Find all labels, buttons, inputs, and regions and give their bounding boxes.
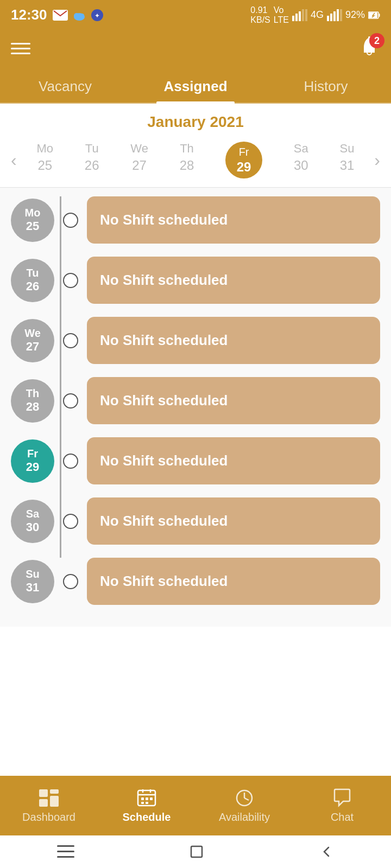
sys-home-icon[interactable]: [189, 844, 204, 859]
svg-rect-22: [39, 799, 48, 807]
day-bubble-tu: Tu 26: [11, 259, 54, 302]
timeline-dot: [63, 213, 78, 228]
status-time: 12:30: [11, 7, 47, 23]
day-fr-29[interactable]: Fr 29: [225, 142, 262, 178]
month-year-label: January 2021: [147, 113, 243, 130]
day-we-27[interactable]: We 27: [130, 142, 148, 178]
availability-icon: [234, 788, 255, 808]
timeline-dot: [63, 393, 78, 409]
system-nav-bar: [0, 835, 391, 868]
shift-card[interactable]: No Shift scheduled: [87, 437, 380, 484]
shift-text: No Shift scheduled: [100, 272, 228, 289]
schedule-row-we-27: We 27 No Shift scheduled: [11, 317, 380, 364]
timeline-dot: [63, 574, 78, 589]
next-week-arrow[interactable]: ›: [370, 150, 384, 170]
shift-text: No Shift scheduled: [100, 513, 228, 529]
signal-icon-2: [327, 9, 342, 21]
timeline-line: [60, 317, 61, 377]
sys-menu-icon[interactable]: [57, 845, 74, 858]
schedule-row-mo-25: Mo 25 No Shift scheduled: [11, 196, 380, 244]
schedule-row-th-28: Th 28 No Shift scheduled: [11, 377, 380, 424]
svg-point-3: [80, 14, 84, 18]
day-bubble-mo: Mo 25: [11, 199, 54, 242]
day-tu-26[interactable]: Tu 26: [85, 142, 99, 178]
shift-card[interactable]: No Shift scheduled: [87, 196, 380, 244]
tab-assigned[interactable]: Assigned: [130, 69, 261, 103]
svg-rect-32: [146, 802, 148, 804]
day-su-31[interactable]: Su 31: [340, 142, 355, 178]
svg-rect-8: [299, 11, 301, 21]
status-bar: 12:30 ✦ 0.91KB/S VoLTE 4G 92%: [0, 0, 391, 30]
svg-rect-31: [141, 802, 144, 804]
nav-chat[interactable]: Chat: [293, 776, 391, 835]
nav-availability-label: Availability: [219, 811, 270, 824]
day-bubble-sa: Sa 30: [11, 500, 54, 543]
shift-card[interactable]: No Shift scheduled: [87, 497, 380, 545]
tab-vacancy[interactable]: Vacancy: [0, 69, 130, 103]
svg-rect-14: [337, 9, 339, 21]
timeline-line: [60, 497, 61, 558]
battery-pct: 92%: [345, 9, 365, 21]
notifications-bell[interactable]: 2: [358, 35, 380, 61]
svg-rect-39: [191, 846, 202, 857]
shift-text: No Shift scheduled: [100, 212, 228, 228]
timeline-line: [60, 437, 61, 497]
tab-bar: Vacancy Assigned History: [0, 69, 391, 104]
svg-rect-20: [39, 789, 48, 797]
tab-history[interactable]: History: [261, 69, 391, 103]
timeline-line: [60, 257, 61, 317]
month-header: January 2021: [0, 104, 391, 136]
schedule-row-sa-30: Sa 30 No Shift scheduled: [11, 497, 380, 545]
svg-rect-36: [57, 845, 74, 847]
timeline-dot: [63, 514, 78, 529]
svg-rect-30: [150, 797, 153, 800]
dashboard-icon: [38, 788, 60, 808]
timeline-dot: [63, 454, 78, 469]
app-icon: ✦: [91, 9, 104, 22]
shift-card[interactable]: No Shift scheduled: [87, 377, 380, 424]
hamburger-menu[interactable]: [11, 43, 30, 54]
schedule-list: Mo 25 No Shift scheduled Tu 26 No Shift …: [0, 188, 391, 627]
sys-back-icon[interactable]: [319, 844, 334, 859]
day-sa-30[interactable]: Sa 30: [294, 142, 308, 178]
shift-text: No Shift scheduled: [100, 392, 228, 409]
day-bubble-th: Th 28: [11, 379, 54, 423]
week-days: Mo 25 Tu 26 We 27 Th 28 Fr 29 Sa 30: [21, 142, 370, 178]
schedule-row-tu-26: Tu 26 No Shift scheduled: [11, 257, 380, 304]
day-th-28[interactable]: Th 28: [180, 142, 194, 178]
svg-rect-29: [146, 797, 148, 800]
schedule-row-su-31: Su 31 No Shift scheduled: [11, 558, 380, 605]
nav-schedule[interactable]: Schedule: [98, 776, 195, 835]
svg-rect-15: [340, 9, 342, 21]
svg-rect-21: [50, 789, 59, 794]
day-bubble-su: Su 31: [11, 560, 54, 603]
svg-rect-37: [57, 851, 74, 852]
prev-week-arrow[interactable]: ‹: [7, 150, 21, 170]
notification-count: 2: [369, 33, 384, 48]
shift-text: No Shift scheduled: [100, 332, 228, 349]
shift-card[interactable]: No Shift scheduled: [87, 317, 380, 364]
nav-schedule-label: Schedule: [123, 811, 171, 824]
svg-rect-11: [327, 16, 329, 21]
timeline-dot: [63, 333, 78, 348]
day-bubble-we: We 27: [11, 319, 54, 362]
shift-card[interactable]: No Shift scheduled: [87, 558, 380, 605]
nav-dashboard[interactable]: Dashboard: [0, 776, 98, 835]
cloud-icon: [72, 10, 86, 21]
network-type: 4G: [311, 9, 324, 21]
svg-text:✦: ✦: [94, 12, 100, 20]
schedule-row-fr-29: Fr 29 No Shift scheduled: [11, 437, 380, 484]
week-nav: ‹ Mo 25 Tu 26 We 27 Th 28 Fr 29: [0, 136, 391, 188]
top-nav: 2: [0, 30, 391, 69]
svg-rect-12: [330, 14, 332, 21]
shift-text: No Shift scheduled: [100, 573, 228, 590]
svg-rect-23: [50, 796, 59, 807]
day-mo-25[interactable]: Mo 25: [37, 142, 54, 178]
shift-card[interactable]: No Shift scheduled: [87, 257, 380, 304]
signal-icon: [292, 9, 307, 21]
data-usage: 0.91KB/S: [250, 5, 270, 25]
schedule-icon: [136, 788, 157, 808]
day-bubble-fr: Fr 29: [11, 439, 54, 483]
nav-availability[interactable]: Availability: [195, 776, 293, 835]
timeline-line: [60, 377, 61, 437]
